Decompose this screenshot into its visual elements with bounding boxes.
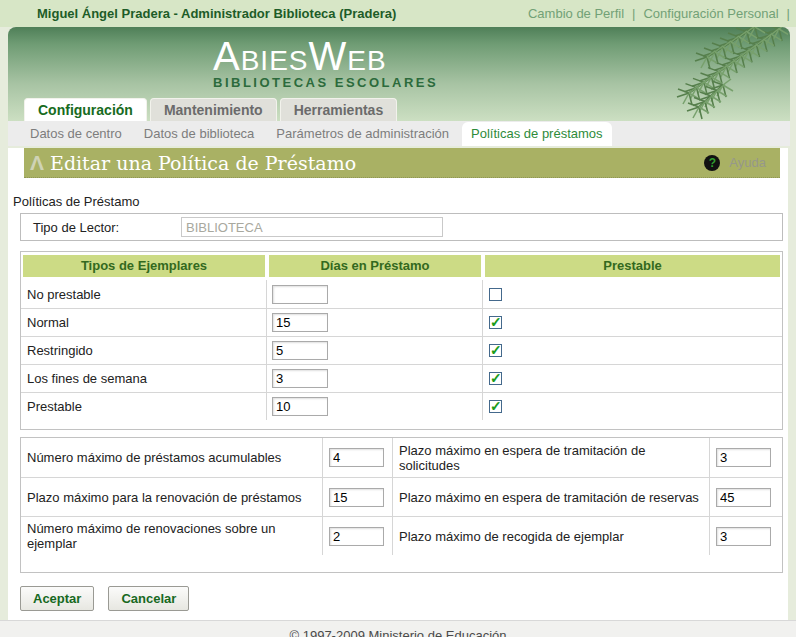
top-bar: Miguel Ángel Pradera - Administrador Bib… [0, 0, 796, 27]
days-input[interactable] [272, 397, 328, 416]
link-separator: | [787, 6, 790, 21]
prestable-checkbox[interactable] [489, 372, 502, 385]
top-links: Cambio de Perfil | Configuración Persona… [528, 6, 796, 21]
abies-mark-icon: Λ [30, 149, 44, 177]
footer: © 1997-2009 Ministerio de Educación [0, 620, 796, 637]
ejemplar-type-label: Restringido [21, 337, 267, 364]
link-separator: | [632, 6, 635, 21]
limit-input-left[interactable] [329, 527, 384, 546]
sub-navigation: Datos de centroDatos de bibliotecaParáme… [8, 121, 790, 146]
days-input[interactable] [272, 341, 328, 360]
help-icon[interactable]: ? [704, 155, 720, 171]
reader-type-label: Tipo de Lector: [33, 220, 181, 235]
reader-type-input[interactable] [181, 217, 443, 237]
fir-branch-icon [603, 27, 788, 121]
personal-config-link[interactable]: Configuración Personal [643, 6, 778, 21]
prestable-checkbox[interactable] [489, 400, 502, 413]
limit-input-right[interactable] [716, 527, 771, 546]
table-row: Normal [21, 308, 782, 336]
tab-configuracion[interactable]: Configuración [24, 98, 147, 121]
table-row: Número máximo de renovaciones sobre un e… [21, 516, 782, 555]
limit-input-left[interactable] [329, 488, 384, 507]
limit-label-right: Plazo máximo en espera de tramitación de… [393, 438, 710, 477]
help-link[interactable]: Ayuda [729, 155, 766, 170]
page-title: Editar una Política de Préstamo [50, 152, 356, 174]
loan-table-header: Tipos de Ejemplares Días en Préstamo Pre… [21, 252, 782, 277]
tab-herramientas[interactable]: Herramientas [280, 98, 398, 121]
table-row: No prestable [21, 280, 782, 308]
subnav-item-datos-de-biblioteca[interactable]: Datos de biblioteca [135, 122, 264, 146]
loan-limits-table: Número máximo de préstamos acumulables P… [20, 437, 783, 573]
limit-input-right[interactable] [716, 448, 771, 467]
prestable-checkbox[interactable] [489, 316, 502, 329]
abiesweb-logo: AbiesWeb BIBLIOTECAS ESCOLARES [213, 35, 438, 90]
subnav-item-parametros-de-administracion[interactable]: Parámetros de administración [267, 122, 458, 146]
abiesweb-page: Miguel Ángel Pradera - Administrador Bib… [0, 0, 796, 637]
logged-in-user: Miguel Ángel Pradera - Administrador Bib… [0, 6, 396, 21]
action-buttons: Aceptar Cancelar [20, 586, 788, 611]
limit-label-left: Número máximo de renovaciones sobre un e… [21, 517, 323, 555]
limit-input-left[interactable] [329, 448, 384, 467]
limit-input-right[interactable] [716, 488, 771, 507]
help-area: ? Ayuda [704, 155, 780, 171]
table-row: Restringido [21, 336, 782, 364]
ejemplar-type-label: No prestable [21, 280, 267, 308]
days-input[interactable] [272, 369, 328, 388]
copyright-text: © 1997-2009 Ministerio de Educación [290, 628, 507, 637]
days-input[interactable] [272, 285, 328, 304]
subnav-item-datos-de-centro[interactable]: Datos de centro [21, 122, 131, 146]
limit-label-left: Plazo máximo para la renovación de prést… [21, 478, 323, 516]
column-header-dias: Días en Préstamo [269, 255, 481, 277]
ejemplar-type-label: Prestable [21, 393, 267, 420]
ejemplar-type-label: Los fines de semana [21, 365, 267, 392]
page-title-bar: Λ Editar una Política de Préstamo ? Ayud… [24, 148, 780, 178]
cancel-button[interactable]: Cancelar [108, 586, 189, 611]
header-banner: AbiesWeb BIBLIOTECAS ESCOLARES Configura… [8, 27, 790, 121]
main-tabs: ConfiguraciónMantenimientoHerramientas [24, 98, 397, 121]
days-input[interactable] [272, 313, 328, 332]
reader-type-fieldset: Tipo de Lector: [20, 213, 783, 241]
tab-mantenimiento[interactable]: Mantenimiento [150, 98, 277, 121]
accept-button[interactable]: Aceptar [20, 586, 94, 611]
limit-label-right: Plazo máximo de recogida de ejemplar [393, 517, 710, 555]
table-row: Número máximo de préstamos acumulables P… [21, 438, 782, 477]
change-profile-link[interactable]: Cambio de Perfil [528, 6, 624, 21]
column-header-prestable: Prestable [485, 255, 780, 277]
prestable-checkbox[interactable] [489, 344, 502, 357]
section-label: Políticas de Préstamo [13, 194, 788, 209]
table-row: Los fines de semana [21, 364, 782, 392]
table-row: Plazo máximo para la renovación de prést… [21, 477, 782, 516]
logo-subtitle: BIBLIOTECAS ESCOLARES [213, 75, 438, 90]
prestable-checkbox[interactable] [489, 288, 502, 301]
logo-title: AbiesWeb [213, 35, 438, 77]
main-content: Λ Editar una Política de Préstamo ? Ayud… [8, 148, 788, 622]
subnav-item-politicas-de-prestamos[interactable]: Políticas de préstamos [462, 122, 612, 146]
limit-label-left: Número máximo de préstamos acumulables [21, 438, 323, 477]
limit-label-right: Plazo máximo en espera de tramitación de… [393, 478, 710, 516]
table-row: Prestable [21, 392, 782, 420]
ejemplar-type-label: Normal [21, 309, 267, 336]
loan-table-body: No prestable Normal Restringido Los fine… [21, 280, 782, 420]
loan-policy-table: Tipos de Ejemplares Días en Préstamo Pre… [20, 251, 783, 430]
column-header-tipos: Tipos de Ejemplares [23, 255, 265, 277]
